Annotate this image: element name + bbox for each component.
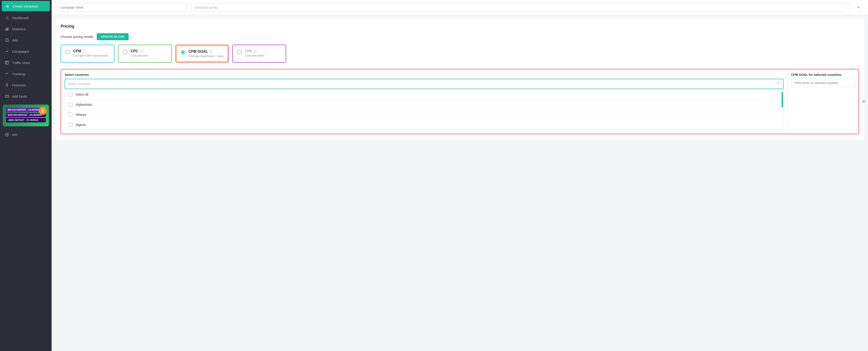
sidebar-item-label: API	[12, 133, 18, 137]
afghanistan-checkbox[interactable]	[68, 102, 72, 106]
svg-rect-7	[5, 95, 8, 97]
scrollbar-indicator	[782, 92, 783, 107]
sidebar-item-label: Add funds	[12, 94, 27, 98]
sidebar: ⊕ Create campaign ◷ Dashboard Statistics…	[0, 0, 52, 351]
sidebar-item-traffic-chart[interactable]: Traffic chart	[0, 57, 52, 68]
dropdown-item-algeria[interactable]: Algeria	[65, 120, 783, 130]
svg-rect-0	[5, 29, 6, 31]
campaign-group-placeholder: Campaign group	[194, 6, 217, 9]
cpm-goal-card-desc: Cost per impression + goal	[188, 54, 223, 58]
cpm-goal-input[interactable]	[791, 79, 855, 87]
sidebar-item-label: Ads	[12, 38, 18, 42]
campaign-group-select[interactable]: Campaign group ⌄	[191, 3, 851, 12]
sidebar-item-dashboard[interactable]: ◷ Dashboard	[0, 12, 52, 23]
sidebar-item-create-campaign[interactable]: ⊕ Create campaign	[2, 1, 50, 11]
pricing-card-cpm[interactable]: CPM i Cost per 1000 impressions	[61, 45, 115, 63]
pricing-section: Pricing Choose pricing model UPDATE IN C…	[55, 19, 864, 139]
cpc-card-name: CPC i	[131, 49, 148, 53]
countries-dropdown-list: Select all Afghanistan Albania Algeria	[65, 90, 784, 130]
add-campaign-group-button[interactable]: +	[855, 3, 863, 11]
sidebar-item-tracking[interactable]: Tracking	[0, 68, 52, 79]
pricing-card-cpm-goal-wrapper[interactable]: CPM GOAL i Cost per impression + goal	[176, 45, 229, 63]
dropdown-item-albania[interactable]: Albania	[65, 110, 783, 120]
campaign-name-input[interactable]	[57, 3, 187, 12]
cpm-card-desc: Cost per 1000 impressions	[73, 54, 108, 57]
top-bar: Campaign group ⌄ +	[52, 0, 868, 15]
sidebar-item-label: Create campaign	[12, 4, 38, 8]
sidebar-item-label: Statistics	[12, 27, 26, 31]
sidebar-item-label: Dashboard	[12, 16, 29, 20]
cpc-card-desc: Cost per click	[131, 54, 148, 57]
pricing-card-cpm-goal: CPM GOAL i Cost per impression + goal	[176, 45, 228, 62]
countries-cpm-container: Select countries Select countries ⌃ Sele…	[61, 69, 859, 134]
cpc-card-content: CPC i Cost per click	[131, 49, 148, 57]
dropdown-item-afghanistan[interactable]: Afghanistan	[65, 100, 783, 110]
api-icon	[4, 132, 9, 137]
cpc-info-icon: i	[140, 50, 143, 53]
pricing-cards: CPM i Cost per 1000 impressions CPC i Co…	[61, 45, 859, 63]
select-countries-dropdown-trigger[interactable]: Select countries ⌃	[65, 79, 784, 89]
sidebar-item-add-funds[interactable]: Add funds	[0, 91, 52, 102]
ads-icon	[4, 38, 9, 43]
dropdown-item-select-all[interactable]: Select all	[65, 90, 783, 100]
sidebar-item-ads[interactable]: Ads	[0, 35, 52, 46]
cpm-radio[interactable]	[65, 50, 70, 54]
cpm-goal-card-name: CPM GOAL i	[188, 50, 223, 54]
plus-circle-icon: ⊕	[5, 4, 10, 8]
albania-label: Albania	[75, 113, 86, 117]
pricing-label-row: Choose pricing model UPDATE IN CPA	[61, 33, 859, 40]
sidebar-item-label: Tracking	[12, 72, 25, 76]
statistics-icon	[4, 27, 9, 31]
cpm-card-name: CPM i	[73, 49, 108, 53]
chevron-up-icon: ⌃	[777, 82, 780, 87]
afghanistan-label: Afghanistan	[75, 103, 92, 106]
cpm-card-content: CPM i Cost per 1000 impressions	[73, 49, 108, 57]
sidebar-item-statistics[interactable]: Statistics	[0, 23, 52, 35]
cpa-card-content: CPA i Cost per action	[245, 49, 265, 57]
pricing-section-title: Pricing	[61, 24, 859, 29]
svg-rect-1	[6, 28, 7, 31]
update-in-cpa-button[interactable]: UPDATE IN CPA	[97, 33, 129, 40]
cpa-card-name: CPA i	[245, 49, 265, 53]
cpm-goal-section-title: CPM GOAL for selected countries	[791, 73, 855, 76]
countries-section-title: Select countries	[65, 73, 784, 76]
cpc-radio[interactable]	[123, 50, 127, 54]
sidebar-item-label: Finances	[12, 83, 26, 87]
sidebar-item-finances[interactable]: $ Finances	[0, 79, 52, 91]
select-all-checkbox[interactable]	[68, 92, 72, 96]
svg-rect-4	[5, 61, 8, 64]
cpm-goal-card-content: CPM GOAL i Cost per impression + goal	[188, 50, 223, 58]
chevron-down-icon: ⌄	[845, 6, 847, 9]
select-all-label: Select all	[75, 93, 88, 96]
pricing-card-cpc[interactable]: CPC i Cost per click	[118, 45, 172, 63]
select-countries-placeholder: Select countries	[68, 82, 91, 86]
sidebar-item-label: Campaigns	[12, 50, 29, 54]
pricing-card-cpa[interactable]: CPA i Cost per action	[232, 45, 286, 63]
tracking-icon	[4, 71, 9, 76]
algeria-label: Algeria	[75, 123, 86, 127]
cpm-goal-info-icon: i	[209, 50, 213, 54]
cpm-info-icon: i	[83, 50, 86, 53]
albania-checkbox[interactable]	[68, 113, 72, 117]
main-content: Campaign group ⌄ + Pricing Choose pricin…	[52, 0, 868, 351]
sidebar-item-campaigns[interactable]: Campaigns	[0, 46, 52, 57]
sidebar-banner: ₿ $50-150 DEPOSIT - 1% BONUS $150-500 DE…	[3, 104, 49, 126]
cpa-radio[interactable]	[237, 50, 242, 54]
algeria-checkbox[interactable]	[68, 123, 72, 127]
cpm-goal-section: CPM GOAL for selected countries	[787, 69, 859, 134]
banner-row-3: >$500 DEPOSIT - 3% BONUS	[6, 118, 46, 122]
dashboard-icon: ◷	[4, 15, 9, 20]
sidebar-item-api[interactable]: API	[0, 129, 52, 140]
countries-section: Select countries Select countries ⌃ Sele…	[61, 69, 787, 134]
finances-icon: $	[4, 83, 9, 88]
cpm-goal-radio[interactable]	[181, 50, 185, 55]
add-funds-icon	[4, 94, 9, 99]
svg-rect-2	[8, 27, 8, 31]
traffic-chart-icon	[4, 60, 9, 65]
pricing-model-label: Choose pricing model	[61, 35, 93, 39]
bitcoin-icon: ₿	[39, 107, 47, 115]
close-countries-button[interactable]: ✕	[862, 99, 866, 104]
cpa-card-desc: Cost per action	[245, 54, 265, 57]
campaigns-icon	[4, 49, 9, 54]
sidebar-item-label: Traffic chart	[12, 61, 30, 65]
